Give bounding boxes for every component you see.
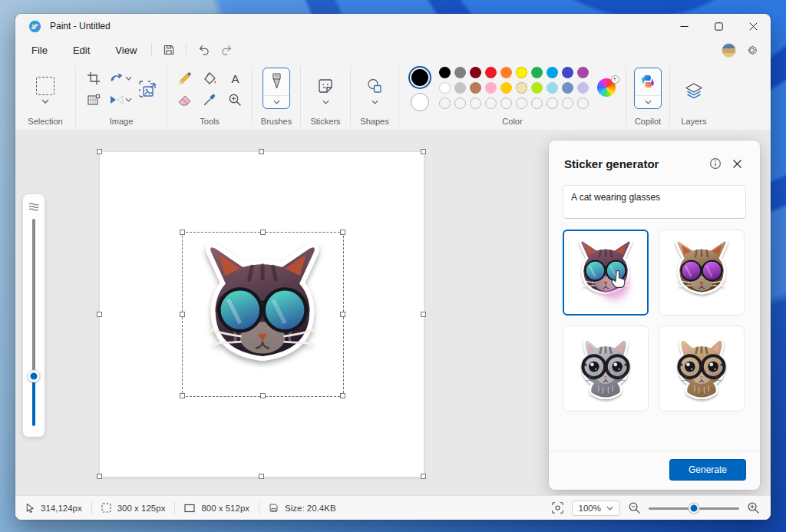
color-swatch[interactable] bbox=[562, 67, 573, 78]
maximize-button[interactable] bbox=[702, 14, 736, 38]
color-swatch[interactable] bbox=[516, 67, 527, 78]
color-swatch[interactable] bbox=[470, 67, 481, 78]
canvas-resize-handle[interactable] bbox=[97, 149, 102, 154]
color-swatch[interactable] bbox=[439, 67, 451, 78]
close-panel-button[interactable] bbox=[726, 153, 748, 174]
selection-resize-handle[interactable] bbox=[180, 393, 185, 398]
empty-color-slot[interactable] bbox=[516, 97, 527, 109]
selection-resize-handle[interactable] bbox=[260, 230, 266, 235]
canvas-resize-handle[interactable] bbox=[97, 474, 102, 479]
color-swatch[interactable] bbox=[531, 67, 543, 78]
fit-to-screen-icon[interactable] bbox=[551, 501, 564, 514]
color-swatch[interactable] bbox=[485, 82, 497, 94]
prompt-input[interactable]: A cat wearing glasses bbox=[563, 185, 746, 219]
zoom-slider[interactable] bbox=[649, 503, 739, 514]
color-swatch[interactable] bbox=[454, 82, 466, 94]
background-color-swatch[interactable] bbox=[411, 93, 429, 111]
empty-color-slot[interactable] bbox=[531, 97, 543, 109]
redo-button[interactable] bbox=[215, 41, 238, 59]
minimize-button[interactable] bbox=[667, 14, 702, 38]
color-swatch[interactable] bbox=[577, 67, 589, 78]
eyedropper-tool-icon[interactable] bbox=[203, 93, 216, 107]
brush-size-slider-thumb[interactable] bbox=[28, 370, 41, 383]
drawing-canvas[interactable] bbox=[100, 152, 424, 477]
zoom-level-dropdown[interactable]: 100% bbox=[572, 501, 620, 516]
chevron-down-icon bbox=[606, 506, 613, 511]
empty-color-slot[interactable] bbox=[470, 97, 481, 109]
empty-color-slot[interactable] bbox=[454, 97, 466, 109]
user-avatar[interactable] bbox=[722, 43, 736, 58]
sticker-result-cat-teal-sunglasses[interactable] bbox=[563, 230, 649, 316]
sticker-result-gray-cat-black-glasses[interactable] bbox=[563, 325, 649, 411]
color-swatch[interactable] bbox=[485, 67, 497, 78]
menu-view[interactable]: View bbox=[106, 41, 146, 59]
empty-color-slot[interactable] bbox=[500, 97, 512, 109]
generate-button[interactable]: Generate bbox=[669, 459, 746, 481]
canvas-resize-handle[interactable] bbox=[421, 149, 426, 154]
shapes-button[interactable] bbox=[366, 78, 383, 104]
menu-file[interactable]: File bbox=[22, 41, 57, 59]
selection-marquee[interactable] bbox=[182, 232, 344, 397]
flip-button[interactable] bbox=[110, 94, 132, 105]
color-swatch[interactable] bbox=[547, 67, 558, 78]
selection-resize-handle[interactable] bbox=[340, 393, 345, 398]
selection-resize-handle[interactable] bbox=[180, 230, 185, 235]
stickers-button[interactable] bbox=[317, 78, 334, 104]
empty-color-slot[interactable] bbox=[547, 97, 558, 109]
undo-button[interactable] bbox=[192, 41, 215, 59]
color-swatch[interactable] bbox=[516, 82, 527, 94]
color-swatch[interactable] bbox=[439, 82, 451, 94]
redo-icon bbox=[220, 44, 233, 57]
canvas-resize-handle[interactable] bbox=[421, 312, 426, 317]
canvas-resize-handle[interactable] bbox=[259, 474, 264, 479]
copilot-button[interactable] bbox=[634, 68, 662, 109]
resize-skew-icon[interactable] bbox=[87, 93, 101, 107]
color-swatch[interactable] bbox=[500, 67, 512, 78]
zoom-out-icon[interactable] bbox=[628, 501, 641, 514]
color-swatch[interactable] bbox=[454, 67, 466, 78]
canvas-resize-handle[interactable] bbox=[259, 149, 264, 154]
empty-color-slot[interactable] bbox=[485, 97, 497, 109]
color-swatch[interactable] bbox=[547, 82, 558, 94]
empty-color-slot[interactable] bbox=[577, 97, 589, 109]
group-label-stickers: Stickers bbox=[301, 117, 350, 126]
foreground-color-swatch[interactable] bbox=[408, 66, 431, 89]
menu-edit[interactable]: Edit bbox=[64, 41, 99, 59]
info-button[interactable] bbox=[705, 153, 726, 174]
selection-tool-button[interactable] bbox=[36, 77, 54, 104]
selection-resize-handle[interactable] bbox=[340, 230, 345, 235]
selection-resize-handle[interactable] bbox=[340, 312, 345, 317]
sticker-result-cat-purple-aviators[interactable] bbox=[659, 230, 745, 316]
empty-color-slot[interactable] bbox=[439, 97, 451, 109]
color-swatch[interactable] bbox=[577, 82, 589, 94]
color-swatch[interactable] bbox=[562, 82, 573, 94]
brush-size-slider[interactable] bbox=[32, 219, 35, 426]
settings-gear-icon[interactable] bbox=[745, 44, 758, 57]
edit-colors-button[interactable]: + bbox=[597, 78, 617, 98]
brushes-button[interactable] bbox=[263, 68, 290, 109]
layers-button[interactable] bbox=[684, 82, 704, 101]
color-swatch[interactable] bbox=[470, 82, 481, 94]
crop-icon[interactable] bbox=[87, 71, 101, 85]
resize-image-icon[interactable] bbox=[139, 81, 157, 97]
pencil-tool-icon[interactable] bbox=[177, 71, 192, 86]
color-swatch[interactable] bbox=[500, 82, 512, 94]
canvas-sticker-image[interactable] bbox=[183, 235, 342, 393]
fill-tool-icon[interactable] bbox=[203, 71, 217, 86]
text-tool-icon[interactable]: A bbox=[229, 72, 242, 85]
sticker-result-tabby-kitten-black-glasses[interactable] bbox=[659, 325, 745, 411]
canvas-resize-handle[interactable] bbox=[97, 312, 102, 317]
color-swatch[interactable] bbox=[531, 82, 543, 94]
save-button[interactable] bbox=[157, 41, 180, 59]
canvas-resize-handle[interactable] bbox=[421, 474, 426, 479]
close-button[interactable] bbox=[736, 14, 771, 38]
eraser-tool-icon[interactable] bbox=[177, 94, 192, 107]
selection-resize-handle[interactable] bbox=[180, 312, 185, 317]
selection-resize-handle[interactable] bbox=[260, 393, 266, 398]
magnifier-tool-icon[interactable] bbox=[228, 93, 242, 107]
group-label-copilot: Copilot bbox=[626, 117, 669, 126]
rotate-button[interactable] bbox=[110, 72, 132, 84]
zoom-in-icon[interactable] bbox=[747, 501, 760, 514]
zoom-slider-thumb[interactable] bbox=[689, 503, 699, 513]
empty-color-slot[interactable] bbox=[562, 97, 573, 109]
